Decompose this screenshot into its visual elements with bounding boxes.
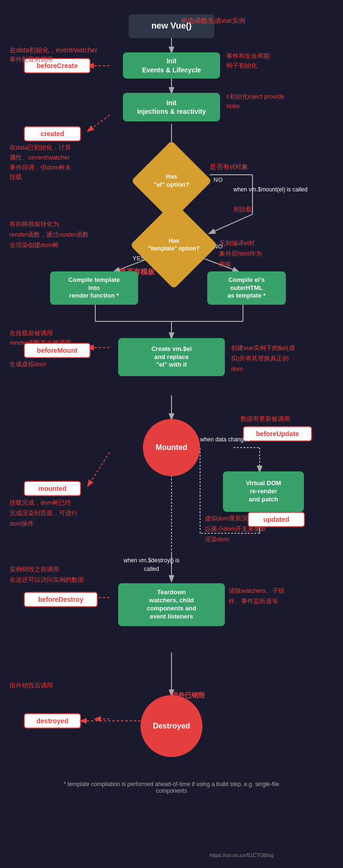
destroyed-hook: destroyed — [24, 713, 81, 728]
before-update-hook: beforeUpdate — [243, 426, 312, 441]
init-injections-box: Init injections & reactivity — [123, 93, 220, 121]
svg-line-18 — [88, 452, 110, 486]
ann-events-lifecycle: 事件和生命周期 钩子初始化 — [226, 51, 270, 70]
ann-before-create: 事件配置前调用 — [10, 55, 53, 64]
svg-line-8 — [210, 214, 252, 233]
ann-data-init: 在data初始化，event/watcher — [10, 45, 97, 55]
ann-has-el: 是否有el对象 — [210, 162, 248, 172]
ann-inject-provide: c初始化inject provide state — [226, 92, 284, 110]
label-no-el: NO — [213, 176, 223, 183]
ann-create-vm-desc: 创建vue实例下的$el(虚 拟)并将其替换真正的 dom — [231, 343, 295, 374]
ann-template-desc: 有则将模板转化为 render函数，通过render函数 去渲染创建dom树 — [10, 219, 89, 250]
ann-mount-call: when vm.$mount(el) is called — [233, 186, 307, 194]
ann-before-update-desc: 数据有更新被调用 — [241, 414, 290, 424]
before-mount-hook: beforeMount — [24, 343, 91, 358]
create-vmel-box: Create vm.$el and replace "el" with it — [118, 338, 225, 376]
ann-mounted-desc: 挂载完成，dom树已经 完成渲染到页面，可进行 dom操作 — [10, 498, 78, 529]
ann-teardown-desc: 清除watchers、子组 件、事件监听器等 — [229, 586, 284, 607]
label-yes-tpl: YES — [132, 255, 145, 262]
ann-before-destroy-desc: 实例销毁之前调用 在这还可以访问实例的数据 — [10, 564, 84, 585]
ann-constructor: 构造函数生成vue实例 — [181, 16, 245, 26]
ann-no-template-desc: 无则编译el对 象外层html作为 模板 — [219, 238, 262, 269]
destroyed-circle: Destroyed — [141, 695, 202, 757]
ann-before-mount-desc: 在挂载前被调用 — [10, 329, 53, 338]
before-destroy-hook: beforeDestroy — [24, 592, 98, 607]
virtual-dom-box: Virtual DOM re-render and patch — [223, 471, 304, 512]
compile-outer-box: Compile el's outerHTML as template * — [207, 271, 286, 305]
ann-data-changes: when data changes — [200, 436, 250, 444]
ann-virtual-dom-create: 生成虚拟dom — [10, 359, 46, 369]
compile-template-box: Compile template into render function * — [50, 271, 138, 305]
footnote: * template compilation is performed ahea… — [52, 781, 291, 794]
ann-then-mount: 则挂载 — [233, 205, 252, 214]
init-events-box: Init Events & Lifecycle — [123, 52, 220, 79]
updated-hook: updated — [248, 512, 305, 527]
teardown-box: Teardown watchers, child components and … — [118, 583, 225, 626]
svg-line-3 — [88, 115, 110, 131]
mounted-circle: Mounted — [143, 419, 200, 476]
ann-destroy-call: when vm.$destroy() is called — [118, 556, 185, 573]
ann-created-desc: 在data已初始化，计算 属性、cevent/watcher 事件回调，但dom… — [10, 143, 71, 182]
website-label: https://oo.oo.cn/51CTOblog — [210, 852, 273, 858]
created-hook: created — [24, 126, 81, 141]
ann-destroyed-desc: 组件销毁后调用 — [10, 681, 53, 690]
lifecycle-diagram: new Vue() 构造函数生成vue实例 在data初始化，event/wat… — [0, 0, 343, 868]
mounted-hook: mounted — [24, 481, 81, 496]
